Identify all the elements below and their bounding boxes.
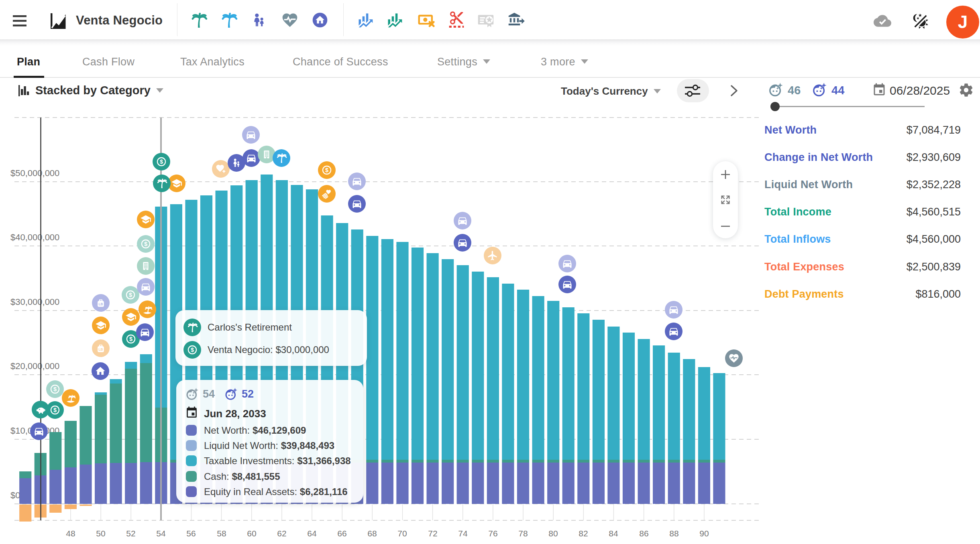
svg-text:$: $ xyxy=(191,347,194,353)
svg-text:$: $ xyxy=(144,241,147,247)
svg-text:$: $ xyxy=(129,292,132,298)
svg-text:LB: LB xyxy=(99,302,103,306)
svg-text:$: $ xyxy=(129,336,132,342)
svg-text:$: $ xyxy=(160,158,163,165)
svg-text:$: $ xyxy=(53,407,57,413)
svg-text:$: $ xyxy=(325,167,328,173)
svg-text:$: $ xyxy=(53,386,57,392)
svg-text:LB: LB xyxy=(99,348,103,351)
